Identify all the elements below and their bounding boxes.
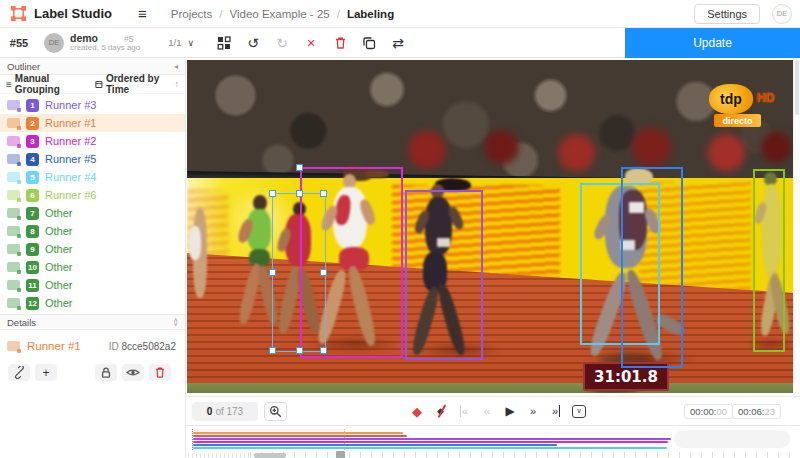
annotation-info: DE demo#5 created, 5 days ago [38, 33, 140, 53]
timeline-track-runner-1[interactable] [193, 432, 403, 434]
zoom-tool-button[interactable] [264, 402, 287, 421]
region-row-runner-3[interactable]: 1 Runner #3 [0, 96, 185, 114]
resize-handle[interactable] [320, 269, 327, 276]
timeline[interactable] [186, 425, 800, 458]
grouping-dropdown[interactable]: ≡Manual Grouping [6, 73, 85, 95]
play-button[interactable]: ▶ [503, 403, 517, 419]
timeline-track-runner-4[interactable] [193, 447, 667, 449]
sort-direction-icon[interactable]: ↑ [175, 79, 180, 89]
scrollbar-thumb[interactable] [795, 60, 799, 115]
details-title: Details [7, 317, 36, 328]
app-title: Label Studio [34, 6, 112, 21]
region-type-icon [7, 298, 20, 308]
resize-handle[interactable] [320, 190, 327, 197]
timeline-marker[interactable] [336, 451, 345, 458]
sidebar: Outliner ◂ ≡Manual Grouping Ordered by T… [0, 58, 186, 458]
region-row-other-8[interactable]: 8 Other [0, 222, 185, 240]
annotation-pager: 1/1 [168, 37, 181, 48]
region-row-runner-4[interactable]: 5 Runner #4 [0, 168, 185, 186]
bbox-runner-1-selected[interactable] [272, 193, 326, 352]
timeline-ruler[interactable] [250, 452, 792, 458]
timeline-track-runner-3[interactable] [193, 438, 671, 440]
video-frame[interactable]: tdp HD directo 31:01.8 [187, 60, 793, 393]
details-header[interactable]: Details ∧∨ [0, 314, 185, 330]
channel-logo-hd: HD [757, 91, 774, 105]
delete-region-button[interactable] [149, 364, 171, 381]
task-id: #55 [0, 37, 38, 49]
region-type-icon [7, 118, 20, 128]
timeline-track-runner-5[interactable] [193, 444, 557, 446]
resize-handle[interactable] [269, 190, 276, 197]
delete-annotation-icon[interactable] [332, 35, 348, 51]
region-type-icon [7, 341, 20, 351]
bbox-runner-3[interactable] [405, 190, 483, 360]
add-relation-button[interactable]: + [35, 364, 57, 381]
region-index-badge: 10 [26, 261, 39, 274]
region-row-other-9[interactable]: 9 Other [0, 240, 185, 258]
link-region-button[interactable] [8, 364, 30, 381]
region-row-runner-6[interactable]: 6 Runner #6 [0, 186, 185, 204]
region-row-runner-2[interactable]: 3 Runner #2 [0, 132, 185, 150]
selected-region-label: Runner #1 [27, 340, 81, 352]
playback-controls: ◆ ◆ « « ▶ » » ∨ [410, 401, 586, 421]
rotate-handle[interactable] [296, 164, 303, 171]
channel-logo-directo: directo [714, 114, 761, 127]
reset-annotation-icon[interactable]: × [303, 35, 319, 51]
remove-keypoint-icon[interactable]: ◆ [433, 403, 448, 419]
frame-options-button[interactable]: ∨ [572, 403, 586, 419]
region-row-other-11[interactable]: 11 Other [0, 276, 185, 294]
breadcrumb-projects[interactable]: Projects [171, 8, 213, 20]
skip-to-start-button[interactable]: « [457, 403, 471, 419]
resize-handle[interactable] [296, 347, 303, 354]
annotation-dropdown-chevron-icon[interactable]: ∨ [188, 38, 195, 48]
region-row-runner-5[interactable]: 4 Runner #5 [0, 150, 185, 168]
region-label: Other [45, 279, 73, 291]
region-row-other-7[interactable]: 7 Other [0, 204, 185, 222]
resize-handle[interactable] [320, 347, 327, 354]
playback-bar: 0 of 173 ◆ ◆ « « ▶ » » ∨ 00:00:00 00:06:… [186, 396, 800, 425]
region-row-other-12[interactable]: 12 Other [0, 294, 185, 312]
previous-keyframe-button[interactable]: « [480, 403, 494, 419]
duplicate-annotation-icon[interactable] [361, 35, 377, 51]
region-label: Runner #6 [45, 189, 96, 201]
ordering-dropdown[interactable]: Ordered by Time [95, 73, 174, 95]
bbox-runner-6[interactable] [753, 169, 785, 352]
skip-to-end-button[interactable]: » [549, 403, 563, 419]
resize-handle[interactable] [269, 347, 276, 354]
details-collapse-icon[interactable]: ∧∨ [173, 318, 178, 326]
hide-region-button[interactable] [122, 364, 144, 381]
region-index-badge: 7 [26, 207, 39, 220]
keypoint-toggle-icon[interactable]: ◆ [410, 403, 424, 419]
settings-button[interactable]: Settings [694, 4, 760, 24]
vertical-scrollbar[interactable] [793, 58, 800, 395]
region-label: Runner #3 [45, 99, 96, 111]
redo-icon[interactable]: ↻ [274, 35, 290, 51]
region-label: Other [45, 243, 73, 255]
annotator-avatar: DE [44, 33, 64, 53]
hamburger-menu-icon[interactable]: ≡ [138, 5, 147, 22]
user-avatar[interactable]: DE [772, 4, 792, 24]
view-all-regions-icon[interactable] [216, 35, 232, 51]
total-frames: of 173 [215, 406, 243, 417]
timeline-scroll-thumb[interactable] [254, 453, 286, 458]
timeline-track-runner-2[interactable] [193, 441, 668, 443]
breadcrumb-project-name[interactable]: Video Example - 25 [230, 8, 330, 20]
region-row-other-10[interactable]: 10 Other [0, 258, 185, 276]
breadcrumb: Projects / Video Example - 25 / Labeling [171, 8, 394, 20]
next-keyframe-button[interactable]: » [526, 403, 540, 419]
region-label: Runner #2 [45, 135, 96, 147]
undo-icon[interactable]: ↺ [245, 35, 261, 51]
region-type-icon [7, 172, 20, 182]
resize-handle[interactable] [269, 269, 276, 276]
timeline-track-other[interactable] [193, 435, 407, 437]
update-button[interactable]: Update [625, 28, 800, 58]
swap-arrows-icon[interactable]: ⇄ [390, 35, 406, 51]
magnifier-icon [269, 405, 282, 418]
bbox-runner-5[interactable] [621, 167, 683, 368]
lock-region-button[interactable] [95, 364, 117, 381]
region-row-runner-1-selected[interactable]: 2 Runner #1 [0, 114, 185, 132]
collapse-panel-icon[interactable]: ◂ [174, 62, 178, 71]
region-label: Runner #4 [45, 171, 96, 183]
resize-handle[interactable] [296, 190, 303, 197]
region-index-badge: 1 [26, 99, 39, 112]
